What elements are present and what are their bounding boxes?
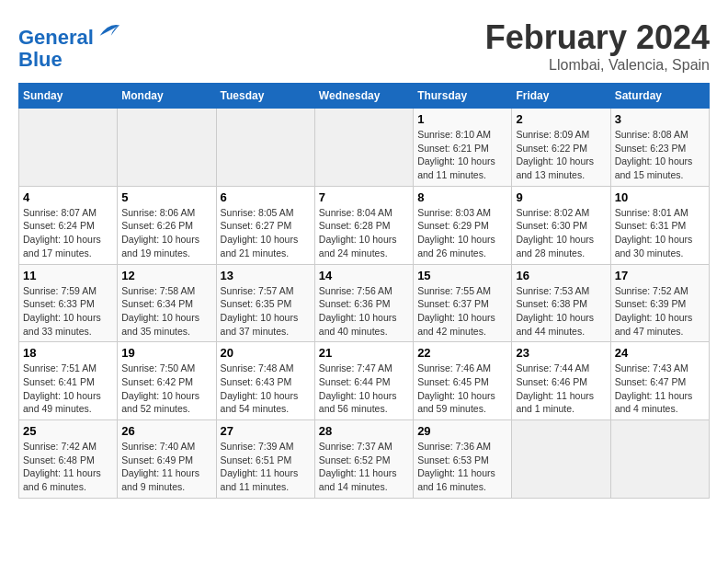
calendar-cell: 5Sunrise: 8:06 AMSunset: 6:26 PMDaylight… xyxy=(118,186,216,264)
day-info: Sunrise: 7:43 AMSunset: 6:47 PMDaylight:… xyxy=(615,362,705,416)
day-info: Sunrise: 7:58 AMSunset: 6:34 PMDaylight:… xyxy=(121,284,211,339)
calendar-week-row: 18Sunrise: 7:51 AMSunset: 6:41 PMDayligh… xyxy=(19,342,710,420)
day-info: Sunrise: 7:46 AMSunset: 6:45 PMDaylight:… xyxy=(417,362,507,416)
weekday-header: Tuesday xyxy=(216,84,314,109)
calendar-cell: 11Sunrise: 7:59 AMSunset: 6:33 PMDayligh… xyxy=(19,264,118,342)
day-number: 14 xyxy=(319,269,409,282)
calendar-cell: 13Sunrise: 7:57 AMSunset: 6:35 PMDayligh… xyxy=(216,264,314,342)
calendar-cell: 17Sunrise: 7:52 AMSunset: 6:39 PMDayligh… xyxy=(610,264,709,342)
logo-general: General xyxy=(18,26,94,49)
day-info: Sunrise: 8:06 AMSunset: 6:26 PMDaylight:… xyxy=(121,206,211,260)
day-info: Sunrise: 8:02 AMSunset: 6:30 PMDaylight:… xyxy=(516,206,606,260)
day-number: 19 xyxy=(121,346,211,360)
calendar-cell: 18Sunrise: 7:51 AMSunset: 6:41 PMDayligh… xyxy=(19,342,118,420)
calendar-cell: 4Sunrise: 8:07 AMSunset: 6:24 PMDaylight… xyxy=(19,186,118,264)
day-number: 23 xyxy=(516,346,606,360)
weekday-header: Sunday xyxy=(19,84,118,109)
calendar-cell: 23Sunrise: 7:44 AMSunset: 6:46 PMDayligh… xyxy=(512,342,610,420)
calendar-cell: 22Sunrise: 7:46 AMSunset: 6:45 PMDayligh… xyxy=(414,342,512,420)
calendar-cell xyxy=(314,109,413,187)
calendar-cell: 9Sunrise: 8:02 AMSunset: 6:30 PMDaylight… xyxy=(512,186,610,264)
calendar-cell: 1Sunrise: 8:10 AMSunset: 6:21 PMDaylight… xyxy=(414,109,512,187)
day-info: Sunrise: 7:53 AMSunset: 6:38 PMDaylight:… xyxy=(516,284,606,339)
calendar-cell: 3Sunrise: 8:08 AMSunset: 6:23 PMDaylight… xyxy=(610,109,709,187)
logo: General Blue xyxy=(18,18,121,71)
day-number: 21 xyxy=(319,346,409,360)
day-info: Sunrise: 8:10 AMSunset: 6:21 PMDaylight:… xyxy=(417,128,507,182)
calendar-cell xyxy=(216,109,314,187)
title-block: February 2024 Llombai, Valencia, Spain xyxy=(485,18,710,74)
weekday-header: Saturday xyxy=(610,84,709,109)
day-number: 13 xyxy=(221,269,311,282)
day-info: Sunrise: 7:47 AMSunset: 6:44 PMDaylight:… xyxy=(319,362,409,416)
day-info: Sunrise: 7:39 AMSunset: 6:51 PMDaylight:… xyxy=(221,440,311,494)
calendar-cell: 14Sunrise: 7:56 AMSunset: 6:36 PMDayligh… xyxy=(314,264,413,342)
calendar-cell: 8Sunrise: 8:03 AMSunset: 6:29 PMDaylight… xyxy=(414,186,512,264)
day-number: 15 xyxy=(417,269,507,282)
day-number: 18 xyxy=(23,346,113,360)
day-info: Sunrise: 7:36 AMSunset: 6:53 PMDaylight:… xyxy=(417,440,507,494)
calendar-cell: 26Sunrise: 7:40 AMSunset: 6:49 PMDayligh… xyxy=(118,420,216,499)
day-info: Sunrise: 8:04 AMSunset: 6:28 PMDaylight:… xyxy=(319,206,409,260)
day-info: Sunrise: 8:03 AMSunset: 6:29 PMDaylight:… xyxy=(417,206,507,260)
weekday-header: Wednesday xyxy=(314,84,413,109)
day-number: 9 xyxy=(516,190,606,204)
calendar-cell xyxy=(118,109,216,187)
day-info: Sunrise: 7:44 AMSunset: 6:46 PMDaylight:… xyxy=(516,362,606,416)
day-info: Sunrise: 7:42 AMSunset: 6:48 PMDaylight:… xyxy=(23,440,113,494)
day-number: 8 xyxy=(417,190,507,204)
calendar-header: SundayMondayTuesdayWednesdayThursdayFrid… xyxy=(19,84,710,109)
calendar-cell: 20Sunrise: 7:48 AMSunset: 6:43 PMDayligh… xyxy=(216,342,314,420)
day-info: Sunrise: 7:40 AMSunset: 6:49 PMDaylight:… xyxy=(121,440,211,494)
logo-text: General Blue xyxy=(18,18,121,71)
calendar-cell: 2Sunrise: 8:09 AMSunset: 6:22 PMDaylight… xyxy=(512,109,610,187)
day-number: 17 xyxy=(615,269,705,282)
calendar-cell xyxy=(512,420,610,499)
day-number: 12 xyxy=(121,269,211,282)
weekday-header: Thursday xyxy=(414,84,512,109)
calendar-cell: 10Sunrise: 8:01 AMSunset: 6:31 PMDayligh… xyxy=(610,186,709,264)
day-info: Sunrise: 7:52 AMSunset: 6:39 PMDaylight:… xyxy=(615,284,705,339)
day-info: Sunrise: 7:50 AMSunset: 6:42 PMDaylight:… xyxy=(121,362,211,416)
calendar-body: 1Sunrise: 8:10 AMSunset: 6:21 PMDaylight… xyxy=(19,109,710,499)
calendar-cell: 28Sunrise: 7:37 AMSunset: 6:52 PMDayligh… xyxy=(314,420,413,499)
day-info: Sunrise: 8:01 AMSunset: 6:31 PMDaylight:… xyxy=(615,206,705,260)
day-number: 25 xyxy=(23,424,113,438)
calendar-cell xyxy=(610,420,709,499)
day-number: 3 xyxy=(615,112,705,126)
day-number: 28 xyxy=(319,424,409,438)
calendar-week-row: 11Sunrise: 7:59 AMSunset: 6:33 PMDayligh… xyxy=(19,264,710,342)
day-info: Sunrise: 7:57 AMSunset: 6:35 PMDaylight:… xyxy=(221,284,311,339)
calendar-week-row: 25Sunrise: 7:42 AMSunset: 6:48 PMDayligh… xyxy=(19,420,710,499)
day-number: 5 xyxy=(121,190,211,204)
day-number: 29 xyxy=(417,424,507,438)
calendar-cell: 15Sunrise: 7:55 AMSunset: 6:37 PMDayligh… xyxy=(414,264,512,342)
day-number: 11 xyxy=(23,269,113,282)
page-header: General Blue February 2024 Llombai, Vale… xyxy=(18,18,710,74)
calendar-cell: 12Sunrise: 7:58 AMSunset: 6:34 PMDayligh… xyxy=(118,264,216,342)
day-number: 22 xyxy=(417,346,507,360)
day-number: 27 xyxy=(221,424,311,438)
logo-bird-icon xyxy=(96,18,121,44)
day-number: 24 xyxy=(615,346,705,360)
calendar-week-row: 1Sunrise: 8:10 AMSunset: 6:21 PMDaylight… xyxy=(19,109,710,187)
weekday-header: Monday xyxy=(118,84,216,109)
calendar-cell xyxy=(19,109,118,187)
day-number: 7 xyxy=(319,190,409,204)
subtitle: Llombai, Valencia, Spain xyxy=(485,57,710,74)
day-info: Sunrise: 7:51 AMSunset: 6:41 PMDaylight:… xyxy=(23,362,113,416)
calendar-week-row: 4Sunrise: 8:07 AMSunset: 6:24 PMDaylight… xyxy=(19,186,710,264)
day-info: Sunrise: 7:48 AMSunset: 6:43 PMDaylight:… xyxy=(221,362,311,416)
calendar-table: SundayMondayTuesdayWednesdayThursdayFrid… xyxy=(18,83,710,499)
day-info: Sunrise: 7:55 AMSunset: 6:37 PMDaylight:… xyxy=(417,284,507,339)
day-info: Sunrise: 7:56 AMSunset: 6:36 PMDaylight:… xyxy=(319,284,409,339)
calendar-cell: 29Sunrise: 7:36 AMSunset: 6:53 PMDayligh… xyxy=(414,420,512,499)
calendar-cell: 7Sunrise: 8:04 AMSunset: 6:28 PMDaylight… xyxy=(314,186,413,264)
calendar-cell: 6Sunrise: 8:05 AMSunset: 6:27 PMDaylight… xyxy=(216,186,314,264)
day-number: 4 xyxy=(23,190,113,204)
logo-blue: Blue xyxy=(18,48,63,71)
day-info: Sunrise: 8:09 AMSunset: 6:22 PMDaylight:… xyxy=(516,128,606,182)
day-info: Sunrise: 7:37 AMSunset: 6:52 PMDaylight:… xyxy=(319,440,409,494)
calendar-cell: 27Sunrise: 7:39 AMSunset: 6:51 PMDayligh… xyxy=(216,420,314,499)
day-info: Sunrise: 8:05 AMSunset: 6:27 PMDaylight:… xyxy=(221,206,311,260)
